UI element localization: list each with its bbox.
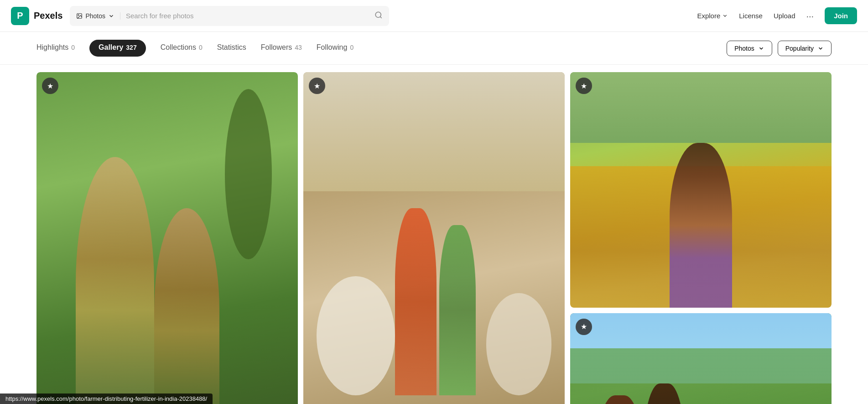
license-link[interactable]: License	[739, 12, 763, 20]
media-type-dropdown[interactable]: Photos	[76, 12, 120, 20]
explore-link[interactable]: Explore	[697, 12, 728, 20]
tab-highlights[interactable]: Highlights 0	[36, 41, 75, 56]
upload-link[interactable]: Upload	[774, 12, 795, 20]
search-icon[interactable]	[374, 11, 383, 21]
gallery-filters: Photos Popularity	[727, 41, 832, 56]
status-bar: https://www.pexels.com/photo/farmer-dist…	[0, 394, 213, 404]
star-button[interactable]: ★	[42, 78, 58, 94]
tab-statistics[interactable]: Statistics	[217, 41, 246, 56]
tab-collections[interactable]: Collections 0	[161, 41, 203, 56]
profile-tabs: Highlights 0 Gallery 327 Collections 0 S…	[0, 32, 868, 65]
photos-filter-button[interactable]: Photos	[727, 41, 772, 56]
search-bar: Photos	[70, 6, 389, 26]
join-button[interactable]: Join	[825, 7, 857, 24]
logo-link[interactable]: P Pexels	[11, 7, 62, 25]
logo-icon: P	[11, 7, 29, 25]
header: P Pexels Photos Explore License Upload ·…	[0, 0, 868, 32]
tab-following[interactable]: Following 0	[317, 41, 353, 56]
photo-card[interactable]: ★	[570, 72, 832, 308]
logo-text: Pexels	[34, 10, 62, 21]
tab-gallery[interactable]: Gallery 327	[89, 40, 146, 57]
photo-card[interactable]: ★	[36, 72, 298, 404]
tab-followers[interactable]: Followers 43	[261, 41, 302, 56]
photo-gallery: ★ ★ ES EqualStock IN	[0, 65, 868, 404]
more-button[interactable]: ···	[806, 11, 814, 21]
svg-point-1	[78, 15, 79, 16]
popularity-filter-button[interactable]: Popularity	[778, 41, 832, 56]
star-button[interactable]: ★	[309, 78, 325, 94]
star-button[interactable]: ★	[576, 78, 592, 94]
search-input[interactable]	[126, 12, 371, 20]
svg-point-2	[376, 12, 381, 17]
star-button[interactable]: ★	[576, 319, 592, 335]
photo-card[interactable]: ★	[570, 313, 832, 404]
header-nav: Explore License Upload ··· Join	[697, 7, 857, 24]
photo-card[interactable]: ★	[303, 72, 565, 404]
svg-line-3	[380, 16, 382, 18]
